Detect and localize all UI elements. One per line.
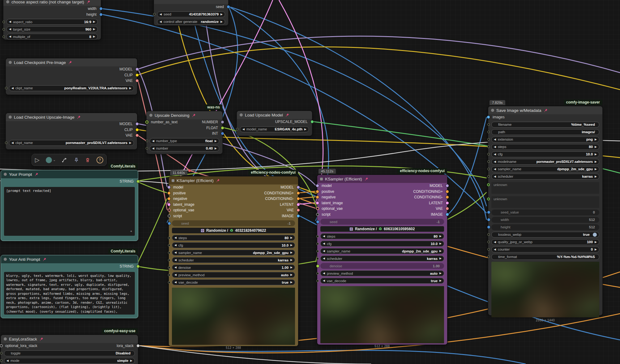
unknown-input-dot[interactable] bbox=[487, 197, 490, 200]
output-slot-model[interactable] bbox=[297, 186, 300, 189]
widget-height[interactable]: height512 bbox=[491, 224, 599, 230]
increment-icon[interactable]: ▶ bbox=[220, 13, 223, 16]
link-ring[interactable] bbox=[487, 168, 490, 170]
link-ring[interactable] bbox=[2, 28, 5, 31]
widget-aspect-ratio[interactable]: ◀aspect_ratio16:9▶ bbox=[6, 19, 98, 25]
output-slot-conditioning-plus[interactable] bbox=[297, 192, 300, 194]
widget-extension[interactable]: ◀extensionpng▶ bbox=[491, 137, 599, 142]
width-input-dot[interactable] bbox=[487, 218, 490, 221]
input-slot-script[interactable] bbox=[316, 213, 319, 216]
input-slot-vae[interactable] bbox=[168, 209, 171, 212]
link-ring[interactable] bbox=[487, 146, 490, 148]
link-ring[interactable] bbox=[168, 281, 170, 284]
decrement-icon[interactable]: ◀ bbox=[152, 140, 154, 142]
node-title-bar[interactable]: Load Checkpoint Upscale-Image bbox=[6, 113, 137, 121]
widget-counter[interactable]: ◀counter0▶ bbox=[491, 247, 599, 252]
decrement-icon[interactable]: ◀ bbox=[174, 281, 177, 284]
increment-icon[interactable]: ▶ bbox=[595, 168, 597, 171]
input-slot-latent[interactable] bbox=[168, 203, 170, 206]
collapse-square-icon[interactable] bbox=[320, 178, 323, 180]
increment-icon[interactable]: ▶ bbox=[215, 147, 217, 150]
link-ring[interactable] bbox=[0, 359, 2, 362]
output-slot-lora-stack[interactable] bbox=[137, 345, 139, 347]
widget-number-type[interactable]: ◀number_typefloat▶ bbox=[150, 138, 219, 144]
collapse-dot-icon[interactable] bbox=[4, 173, 7, 176]
node-title-bar[interactable]: KSampler (Efficient) bbox=[169, 176, 298, 184]
link-ring[interactable] bbox=[316, 272, 319, 275]
link-ring[interactable] bbox=[0, 352, 2, 354]
increment-icon[interactable]: ▶ bbox=[595, 241, 597, 243]
increment-icon[interactable]: ▶ bbox=[439, 257, 442, 260]
widget-toggle[interactable]: toggleDisabled bbox=[4, 350, 135, 356]
decrement-icon[interactable]: ◀ bbox=[11, 142, 14, 144]
link-style-button[interactable] bbox=[62, 157, 67, 163]
widget-sampler-name[interactable]: ◀sampler_namedpmpp_2m_sde_gpu▶ bbox=[172, 250, 295, 256]
decrement-icon[interactable]: ◀ bbox=[323, 257, 325, 260]
increment-icon[interactable]: ▶ bbox=[93, 20, 95, 23]
collapse-dot-icon[interactable] bbox=[9, 61, 12, 64]
increment-icon[interactable]: ▶ bbox=[290, 236, 293, 239]
link-ring[interactable] bbox=[487, 131, 490, 133]
widget-quality[interactable]: ◀quality_jpeg_or_webp100▶ bbox=[491, 239, 599, 245]
output-slot-clip[interactable] bbox=[136, 128, 139, 131]
link-ring[interactable] bbox=[487, 175, 490, 178]
increment-icon[interactable]: ▶ bbox=[439, 272, 442, 275]
widget-model-name[interactable]: ◀model_nameESRGAN_4x.pth▶ bbox=[240, 126, 309, 132]
decrement-icon[interactable]: ◀ bbox=[174, 266, 177, 269]
node-title-bar[interactable] bbox=[154, 0, 228, 4]
decrement-icon[interactable]: ◀ bbox=[323, 235, 325, 238]
output-slot-conditioning-minus[interactable] bbox=[297, 197, 300, 200]
decrement-icon[interactable]: ◀ bbox=[9, 28, 11, 31]
increment-icon[interactable]: ▶ bbox=[595, 248, 597, 251]
input-slot-positive[interactable] bbox=[316, 190, 319, 193]
increment-icon[interactable]: ▶ bbox=[129, 142, 131, 144]
widget-steps[interactable]: ◀steps80▶ bbox=[172, 235, 295, 241]
input-slot-model[interactable] bbox=[316, 184, 319, 187]
output-slot-string[interactable] bbox=[137, 265, 139, 268]
increment-icon[interactable]: ▶ bbox=[439, 279, 442, 282]
decrement-icon[interactable]: ◀ bbox=[494, 160, 496, 163]
output-slot-upscale-model[interactable] bbox=[311, 121, 314, 123]
link-ring[interactable] bbox=[146, 147, 148, 150]
node-title-bar[interactable]: Load Upscale Model bbox=[237, 111, 312, 119]
decrement-icon[interactable]: ◀ bbox=[174, 273, 177, 276]
increment-icon[interactable]: ▶ bbox=[130, 359, 132, 362]
link-ring[interactable] bbox=[487, 160, 490, 163]
increment-icon[interactable]: ▶ bbox=[595, 175, 597, 178]
increment-icon[interactable]: ▶ bbox=[595, 153, 597, 156]
link-ring[interactable] bbox=[316, 243, 319, 245]
widget-mode[interactable]: ◀modesimple▶ bbox=[4, 358, 135, 364]
node-title-bar[interactable]: Your Prompt bbox=[1, 170, 138, 178]
node-title-bar[interactable]: Save Image w/Metadata bbox=[488, 106, 602, 114]
widget-scheduler[interactable]: ◀schedulerkarras▶ bbox=[172, 257, 295, 263]
input-slot-positive[interactable] bbox=[168, 192, 170, 194]
input-slot-latent[interactable] bbox=[316, 201, 319, 204]
decrement-icon[interactable]: ◀ bbox=[174, 244, 177, 247]
widget-modelname[interactable]: ◀modelnamepornmaster_proSDXLV7.safetenso… bbox=[491, 159, 599, 165]
sparkle-icon[interactable]: ✦ bbox=[130, 228, 132, 234]
decrement-icon[interactable]: ◀ bbox=[9, 35, 11, 38]
decrement-icon[interactable]: ◀ bbox=[174, 259, 177, 261]
decrement-icon[interactable]: ◀ bbox=[494, 248, 496, 251]
widget-preview-method[interactable]: ◀preview_methodauto▶ bbox=[320, 270, 444, 276]
output-slot-latent[interactable] bbox=[297, 203, 300, 206]
output-slot-image[interactable] bbox=[446, 213, 449, 216]
output-slot-model[interactable] bbox=[446, 184, 449, 187]
output-slot-vae[interactable] bbox=[136, 79, 139, 82]
input-slot-negative[interactable] bbox=[316, 196, 319, 199]
output-slot-vae[interactable] bbox=[136, 134, 139, 137]
collapse-dot-icon[interactable] bbox=[4, 258, 7, 261]
widget-sampler-name[interactable]: ◀sampler_namedpmpp_2m_sde_gpu▶ bbox=[320, 248, 444, 254]
collapse-dot-icon[interactable] bbox=[6, 0, 9, 3]
collapse-square-icon[interactable] bbox=[172, 179, 174, 182]
widget-ckpt-name[interactable]: ◀ckpt_nameponyRealism_V23ULTRA.safetenso… bbox=[9, 85, 134, 91]
increment-icon[interactable]: ▶ bbox=[290, 266, 293, 269]
output-slot[interactable] bbox=[100, 7, 102, 10]
increment-icon[interactable]: ▶ bbox=[290, 244, 293, 247]
decrement-icon[interactable]: ◀ bbox=[152, 147, 154, 150]
output-slot-model[interactable] bbox=[136, 123, 139, 125]
node-title-bar[interactable]: choose aspect ratio (not change target) bbox=[3, 0, 101, 6]
decrement-icon[interactable]: ◀ bbox=[494, 153, 496, 156]
link-ring[interactable] bbox=[168, 237, 170, 239]
increment-icon[interactable]: ▶ bbox=[215, 140, 217, 142]
